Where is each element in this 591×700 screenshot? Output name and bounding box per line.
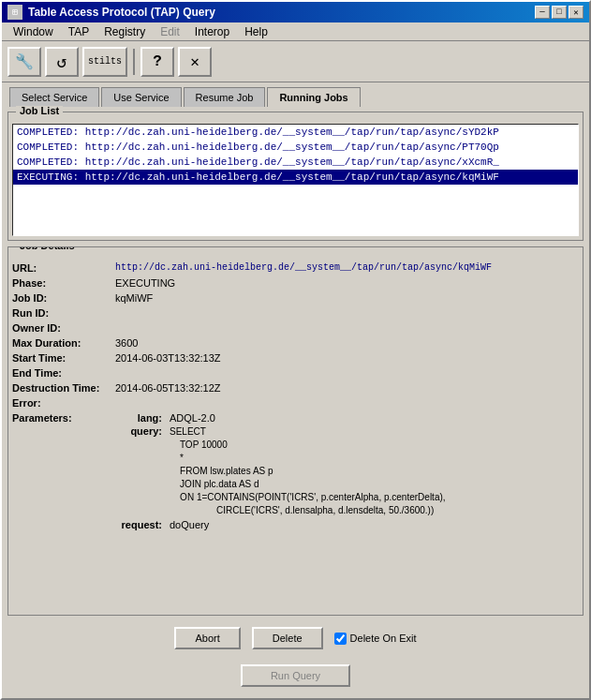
ownerid-row: Owner ID: — [12, 320, 579, 335]
help-button[interactable]: ? — [140, 47, 174, 77]
title-buttons: ─ □ ✕ — [535, 6, 584, 19]
starttime-value: 2014-06-03T13:32:13Z — [115, 352, 221, 364]
run-query-button[interactable]: Run Query — [241, 664, 350, 687]
window-icon: ⊞ — [7, 5, 22, 20]
menu-edit: Edit — [153, 23, 187, 40]
tab-running-jobs[interactable]: Running Jobs — [267, 87, 360, 107]
job-list-title: Job List — [16, 106, 63, 116]
toolbar-separator — [133, 49, 135, 75]
param-lang-row: lang: ADQL-2.0 — [115, 412, 446, 424]
help-icon: ? — [153, 53, 162, 70]
ownerid-label: Owner ID: — [12, 322, 115, 334]
menu-tap[interactable]: TAP — [61, 23, 96, 40]
phase-row: Phase: EXECUTING — [12, 276, 579, 290]
job-details-title: Job Details — [16, 246, 79, 251]
jobid-value: kqMiWF — [115, 292, 153, 304]
maxduration-value: 3600 — [115, 337, 138, 349]
job-status: COMPLETED: — [17, 141, 85, 153]
jobid-row: Job ID: kqMiWF — [12, 290, 579, 305]
job-status: COMPLETED: — [17, 156, 85, 168]
destructiontime-label: Destruction Time: — [12, 382, 115, 394]
delete-button[interactable]: Delete — [252, 627, 323, 649]
delete-on-exit-checkbox[interactable] — [334, 633, 347, 645]
job-list[interactable]: COMPLETED: http://dc.zah.uni-heidelberg.… — [12, 124, 579, 236]
maximize-button[interactable]: □ — [552, 6, 567, 19]
stop-icon: ✕ — [190, 52, 199, 71]
param-lang-key: lang: — [115, 412, 162, 424]
error-label: Error: — [12, 397, 115, 409]
job-url: http://dc.zah.uni-heidelberg.de/__system… — [85, 141, 499, 153]
stilts-button[interactable]: stilts — [82, 47, 127, 77]
maxduration-label: Max Duration: — [12, 337, 115, 349]
destructiontime-row: Destruction Time: 2014-06-05T13:32:12Z — [12, 380, 579, 395]
job-url: http://dc.zah.uni-heidelberg.de/__system… — [85, 156, 499, 168]
param-query-value: SELECT TOP 10000 * FROM lsw.plates AS p … — [170, 425, 446, 517]
list-item[interactable]: COMPLETED: http://dc.zah.uni-heidelberg.… — [13, 155, 578, 170]
refresh-button[interactable]: ↺ — [45, 47, 79, 77]
starttime-row: Start Time: 2014-06-03T13:32:13Z — [12, 350, 579, 365]
title-bar-left: ⊞ Table Access Protocol (TAP) Query — [7, 5, 215, 20]
job-status: COMPLETED: — [17, 127, 85, 138]
runid-row: Run ID: — [12, 305, 579, 320]
stilts-icon: stilts — [88, 56, 122, 67]
job-status: EXECUTING: — [17, 171, 85, 183]
main-window: ⊞ Table Access Protocol (TAP) Query ─ □ … — [0, 0, 591, 700]
phase-label: Phase: — [12, 277, 115, 289]
wrench-button[interactable]: 🔧 — [7, 47, 41, 77]
param-lang-value: ADQL-2.0 — [170, 412, 215, 424]
tab-bar: Select Service Use Service Resume Job Ru… — [2, 82, 589, 106]
error-row: Error: — [12, 395, 579, 410]
menu-registry[interactable]: Registry — [96, 23, 153, 40]
url-row: URL: http://dc.zah.uni-heidelberg.de/__s… — [12, 261, 579, 276]
close-button[interactable]: ✕ — [569, 6, 584, 19]
main-content: Job List COMPLETED: http://dc.zah.uni-he… — [2, 106, 589, 698]
abort-button[interactable]: Abort — [174, 627, 240, 649]
menu-help[interactable]: Help — [237, 23, 275, 40]
run-query-bar: Run Query — [7, 661, 584, 693]
endtime-row: End Time: — [12, 365, 579, 380]
job-list-panel: Job List COMPLETED: http://dc.zah.uni-he… — [7, 112, 584, 241]
runid-label: Run ID: — [12, 307, 115, 319]
menu-window[interactable]: Window — [6, 23, 61, 40]
list-item[interactable]: COMPLETED: http://dc.zah.uni-heidelberg.… — [13, 125, 578, 140]
menu-bar: Window TAP Registry Edit Interop Help — [2, 22, 589, 41]
param-request-row: request: doQuery — [115, 519, 446, 530]
tab-use-service[interactable]: Use Service — [101, 87, 181, 107]
param-query-row: query: SELECT TOP 10000 * FROM lsw.plate… — [115, 425, 446, 517]
param-query-key: query: — [115, 425, 162, 437]
menu-interop[interactable]: Interop — [187, 23, 237, 40]
job-details-panel: Job Details URL: http://dc.zah.uni-heide… — [7, 246, 584, 616]
delete-on-exit-label: Delete On Exit — [350, 633, 417, 644]
refresh-icon: ↺ — [57, 52, 67, 72]
tab-resume-job[interactable]: Resume Job — [184, 87, 266, 107]
bottom-bar: Abort Delete Delete On Exit — [7, 621, 584, 655]
list-item[interactable]: COMPLETED: http://dc.zah.uni-heidelberg.… — [13, 140, 578, 155]
title-bar: ⊞ Table Access Protocol (TAP) Query ─ □ … — [2, 2, 589, 22]
parameters-label: Parameters: — [12, 412, 115, 424]
endtime-label: End Time: — [12, 367, 115, 379]
starttime-label: Start Time: — [12, 352, 115, 364]
job-url: http://dc.zah.uni-heidelberg.de/__system… — [85, 127, 499, 138]
wrench-icon: 🔧 — [15, 52, 34, 71]
window-title: Table Access Protocol (TAP) Query — [28, 6, 215, 19]
parameters-row: Parameters: lang: ADQL-2.0 query: SELECT… — [12, 410, 579, 532]
phase-value: EXECUTING — [115, 277, 175, 289]
param-request-value: doQuery — [170, 519, 209, 530]
delete-on-exit-row: Delete On Exit — [334, 633, 417, 645]
maxduration-row: Max Duration: 3600 — [12, 335, 579, 350]
stop-button[interactable]: ✕ — [178, 47, 212, 77]
job-url: http://dc.zah.uni-heidelberg.de/__system… — [85, 171, 499, 183]
minimize-button[interactable]: ─ — [535, 6, 550, 19]
url-value: http://dc.zah.uni-heidelberg.de/__system… — [115, 262, 492, 273]
url-label: URL: — [12, 262, 115, 274]
jobid-label: Job ID: — [12, 292, 115, 304]
destructiontime-value: 2014-06-05T13:32:12Z — [115, 382, 221, 394]
parameters-area: lang: ADQL-2.0 query: SELECT TOP 10000 *… — [115, 412, 446, 530]
list-item[interactable]: EXECUTING: http://dc.zah.uni-heidelberg.… — [13, 170, 578, 185]
toolbar: 🔧 ↺ stilts ? ✕ — [2, 41, 589, 82]
param-request-key: request: — [115, 519, 162, 530]
tab-select-service[interactable]: Select Service — [9, 87, 99, 107]
